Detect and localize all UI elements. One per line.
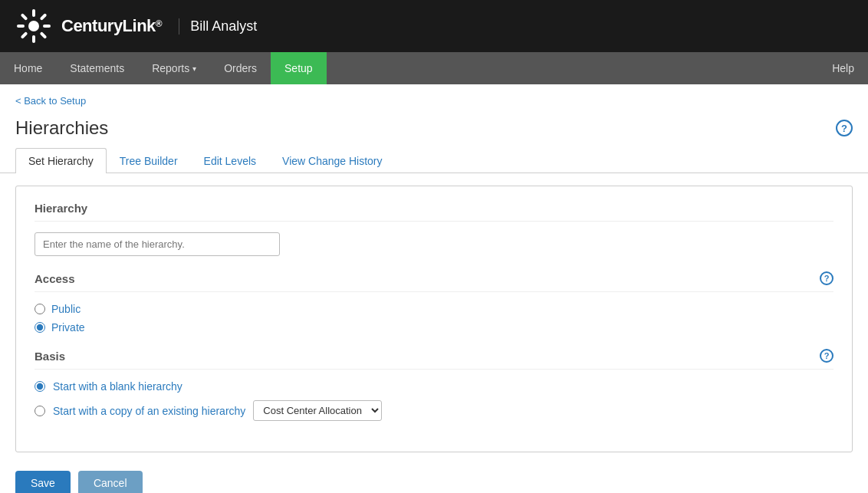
svg-rect-5 (40, 13, 48, 21)
basis-section: Basis ? Start with a blank hierarchy Sta… (35, 349, 833, 421)
existing-hierarchy-dropdown[interactable]: Cost Center Allocation Option 2 Option 3 (253, 400, 382, 421)
svg-rect-6 (21, 31, 28, 39)
reports-dropdown-arrow: ▾ (192, 64, 196, 73)
basis-copy-radio[interactable] (35, 406, 45, 416)
access-private-radio[interactable] (35, 322, 45, 333)
tab-edit-levels[interactable]: Edit Levels (191, 148, 269, 173)
nav-item-reports[interactable]: Reports ▾ (138, 52, 210, 84)
basis-blank-option[interactable]: Start with a blank hierarchy (35, 380, 833, 393)
page-content: < Back to Setup Hierarchies ? Set Hierar… (0, 84, 868, 493)
access-help-icon[interactable]: ? (820, 271, 833, 285)
svg-rect-7 (40, 31, 48, 39)
logo-area: CenturyLink® Bill Analyst (15, 8, 257, 44)
nav-help[interactable]: Help (818, 52, 868, 84)
page-title: Hierarchies (15, 117, 836, 139)
access-public-radio[interactable] (35, 304, 45, 314)
basis-section-header: Basis ? (35, 349, 833, 370)
nav-item-setup[interactable]: Setup (271, 52, 327, 84)
back-to-setup-link[interactable]: < Back to Setup (0, 84, 101, 111)
access-section: Access ? Public Private (35, 271, 833, 334)
basis-help-icon[interactable]: ? (820, 349, 833, 363)
basis-blank-label: Start with a blank hierarchy (53, 380, 182, 393)
hierarchy-name-input[interactable] (35, 232, 280, 256)
save-button[interactable]: Save (15, 471, 71, 493)
nav-item-orders[interactable]: Orders (210, 52, 271, 84)
brand-name: CenturyLink® (61, 16, 162, 36)
basis-blank-radio[interactable] (35, 381, 45, 392)
svg-point-8 (28, 21, 39, 31)
cancel-button[interactable]: Cancel (78, 471, 143, 493)
nav-item-home[interactable]: Home (0, 52, 56, 84)
nav-item-statements[interactable]: Statements (56, 52, 138, 84)
tab-set-hierarchy[interactable]: Set Hierarchy (15, 148, 107, 173)
form-actions: Save Cancel (0, 471, 868, 493)
svg-rect-0 (32, 9, 35, 17)
tab-tree-builder[interactable]: Tree Builder (107, 148, 191, 173)
svg-rect-1 (32, 35, 35, 43)
svg-rect-4 (21, 13, 28, 21)
main-nav: Home Statements Reports ▾ Orders Setup H… (0, 52, 868, 84)
basis-copy-label: Start with a copy of an existing hierarc… (53, 405, 245, 417)
access-public-option[interactable]: Public (35, 303, 833, 315)
form-panel: Hierarchy Access ? Public Private (15, 186, 853, 452)
app-header: CenturyLink® Bill Analyst (0, 0, 868, 52)
svg-rect-3 (43, 25, 51, 28)
product-name: Bill Analyst (179, 18, 257, 35)
svg-rect-2 (17, 25, 25, 28)
hierarchy-section-header: Hierarchy (35, 202, 833, 222)
tab-bar: Set Hierarchy Tree Builder Edit Levels V… (0, 148, 868, 173)
access-private-option[interactable]: Private (35, 321, 833, 334)
basis-copy-option[interactable]: Start with a copy of an existing hierarc… (35, 400, 833, 421)
access-radio-group: Public Private (35, 303, 833, 334)
tab-view-change-history[interactable]: View Change History (269, 148, 395, 173)
centurylink-logo-icon (15, 8, 52, 44)
basis-radio-group: Start with a blank hierarchy Start with … (35, 380, 833, 421)
page-header: Hierarchies ? (0, 111, 868, 148)
page-help-icon[interactable]: ? (836, 120, 853, 136)
access-section-header: Access ? (35, 271, 833, 292)
nav-spacer (327, 52, 819, 84)
